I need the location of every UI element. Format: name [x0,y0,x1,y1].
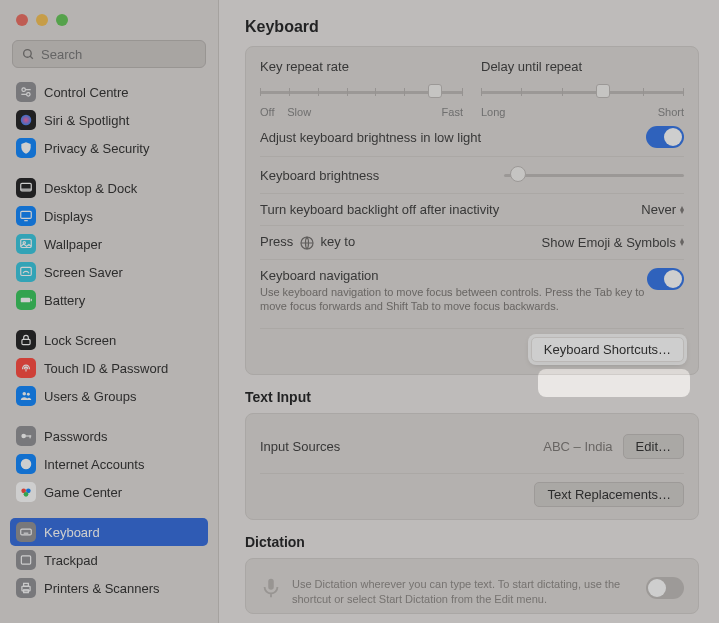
key-repeat-label: Key repeat rate [260,59,463,74]
brightness-auto-label: Adjust keyboard brightness in low light [260,130,481,145]
sidebar-item-control-centre[interactable]: Control Centre [10,78,208,106]
svg-rect-15 [31,299,32,301]
sidebar-item-label: Wallpaper [44,237,102,252]
desktop-dock-icon [16,178,36,198]
input-sources-label: Input Sources [260,439,340,454]
input-sources-value: ABC – India [543,439,612,454]
tick-short: Short [658,106,684,118]
sidebar-item-lock-screen[interactable]: Lock Screen [10,326,208,354]
brightness-slider[interactable] [504,165,684,185]
sidebar-item-label: Internet Accounts [44,457,144,472]
keyboard-nav-label: Keyboard navigation [260,268,647,283]
backlight-off-popup[interactable]: Never ▴▾ [641,202,684,217]
text-replacements-button[interactable]: Text Replacements… [534,482,684,507]
sidebar-item-label: Printers & Scanners [44,581,160,596]
sidebar-item-keyboard[interactable]: Keyboard [10,518,208,546]
sidebar-item-label: Lock Screen [44,333,116,348]
tick-slow: Slow [287,106,311,118]
touch-id-icon [16,358,36,378]
sidebar: Control CentreSiri & SpotlightPrivacy & … [0,0,219,623]
dictation-heading: Dictation [245,534,699,558]
sidebar-item-battery[interactable]: Battery [10,286,208,314]
key-repeat-slider[interactable] [260,82,463,102]
page-title: Keyboard [245,0,699,46]
dictation-panel: Use Dictation wherever you can type text… [245,558,699,614]
lock-screen-icon [16,330,36,350]
sidebar-item-label: Users & Groups [44,389,136,404]
svg-point-17 [23,392,27,396]
sidebar-item-label: Battery [44,293,85,308]
sidebar-item-label: Siri & Spotlight [44,113,129,128]
chevron-updown-icon: ▴▾ [680,206,684,214]
backlight-off-label: Turn keyboard backlight off after inacti… [260,202,499,217]
input-sources-edit-button[interactable]: Edit… [623,434,684,459]
svg-rect-9 [21,211,32,218]
sidebar-item-screen-saver[interactable]: Screen Saver [10,258,208,286]
sidebar-item-internet-accounts[interactable]: @Internet Accounts [10,450,208,478]
sidebar-item-trackpad[interactable]: Trackpad [10,546,208,574]
screen-saver-icon [16,262,36,282]
minimize-window-button[interactable] [36,14,48,26]
press-globe-popup[interactable]: Show Emoji & Symbols ▴▾ [542,235,684,250]
sidebar-item-label: Touch ID & Password [44,361,168,376]
keyboard-icon [16,522,36,542]
press-globe-label: Press key to [260,234,355,251]
globe-icon [299,235,315,251]
sidebar-item-touch-id-password[interactable]: Touch ID & Password [10,354,208,382]
keyboard-nav-sub: Use keyboard navigation to move focus be… [260,285,647,315]
sidebar-item-privacy-security[interactable]: Privacy & Security [10,134,208,162]
svg-rect-37 [268,579,274,590]
svg-rect-16 [22,339,30,344]
battery-icon [16,290,36,310]
tick-long: Long [481,106,505,118]
sidebar-item-label: Screen Saver [44,265,123,280]
sidebar-item-users-groups[interactable]: Users & Groups [10,382,208,410]
close-window-button[interactable] [16,14,28,26]
sidebar-item-siri-spotlight[interactable]: Siri & Spotlight [10,106,208,134]
displays-icon [16,206,36,226]
sidebar-item-displays[interactable]: Displays [10,202,208,230]
sidebar-item-passwords[interactable]: Passwords [10,422,208,450]
window-controls [0,0,218,26]
brightness-auto-toggle[interactable] [646,126,684,148]
sidebar-item-game-center[interactable]: Game Center [10,478,208,506]
sidebar-item-label: Control Centre [44,85,129,100]
brightness-label: Keyboard brightness [260,168,379,183]
chevron-updown-icon: ▴▾ [680,238,684,246]
svg-point-18 [27,393,30,396]
main-content: Keyboard Key repeat rate Off Slow Fast [219,0,719,623]
svg-text:@: @ [22,460,29,467]
svg-point-3 [27,93,30,97]
dictation-description: Use Dictation wherever you can type text… [292,577,636,607]
svg-point-19 [21,434,26,439]
sidebar-item-desktop-dock[interactable]: Desktop & Dock [10,174,208,202]
text-input-heading: Text Input [245,389,699,413]
dictation-toggle[interactable] [646,577,684,599]
zoom-window-button[interactable] [56,14,68,26]
delay-label: Delay until repeat [481,59,684,74]
delay-slider[interactable] [481,82,684,102]
search-input[interactable] [12,40,206,68]
sidebar-item-label: Game Center [44,485,122,500]
trackpad-icon [16,550,36,570]
sidebar-item-label: Passwords [44,429,108,444]
sidebar-item-label: Privacy & Security [44,141,149,156]
keyboard-nav-toggle[interactable] [647,268,684,290]
keyboard-shortcuts-button[interactable]: Keyboard Shortcuts… [531,337,684,362]
wallpaper-icon [16,234,36,254]
svg-point-6 [21,115,32,126]
sidebar-item-label: Displays [44,209,93,224]
control-centre-icon [16,82,36,102]
tick-fast: Fast [442,106,463,118]
svg-rect-21 [30,435,31,438]
internet-accounts-icon: @ [16,454,36,474]
svg-rect-14 [21,298,30,303]
search-icon [22,48,35,61]
users-groups-icon [16,386,36,406]
sidebar-item-printers-scanners[interactable]: Printers & Scanners [10,574,208,602]
sidebar-item-label: Keyboard [44,525,100,540]
svg-rect-7 [21,183,32,191]
svg-rect-27 [21,529,32,535]
sidebar-item-wallpaper[interactable]: Wallpaper [10,230,208,258]
microphone-icon [260,577,282,599]
